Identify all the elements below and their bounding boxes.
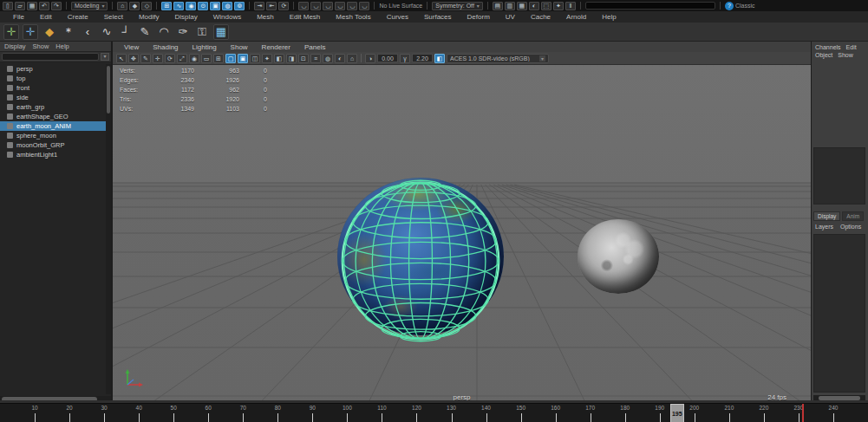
menu-select[interactable]: Select: [96, 13, 131, 21]
lighting-toggle-icon[interactable]: ✦: [262, 54, 272, 63]
redo-icon[interactable]: ↷: [51, 2, 62, 10]
menu-windows[interactable]: Windows: [206, 13, 249, 21]
moon-sphere[interactable]: [578, 219, 659, 294]
snap-point-icon[interactable]: ◉: [186, 2, 196, 10]
menu-curves[interactable]: Curves: [379, 13, 416, 21]
menu-help[interactable]: Help: [594, 13, 623, 21]
snap-view-plane-icon[interactable]: ▣: [210, 2, 220, 10]
lasso-tool-icon[interactable]: ✥: [128, 54, 139, 63]
layer-list[interactable]: [813, 234, 865, 393]
symmetry-dropdown[interactable]: Symmetry: Off ▾: [432, 2, 483, 10]
shaded-mode-icon[interactable]: ▣: [238, 54, 248, 63]
earth-sphere[interactable]: [337, 178, 504, 335]
menu-arnold[interactable]: Arnold: [558, 13, 594, 21]
view-transform-dropdown[interactable]: ACES 1.0 SDR-video (sRGB) ▾: [447, 54, 549, 63]
output-connections-icon[interactable]: ⇤: [266, 2, 277, 10]
input-connections-icon[interactable]: ⇥: [254, 2, 264, 10]
hypershade-icon[interactable]: ◐: [529, 2, 539, 10]
construction-history-icon[interactable]: ⟳: [278, 2, 289, 10]
rotate-tool-icon[interactable]: ⟳: [165, 54, 175, 63]
menu-mesh-tools[interactable]: Mesh Tools: [328, 13, 378, 21]
list-item[interactable]: persp: [0, 64, 111, 74]
panel-menu-lighting[interactable]: Lighting: [186, 43, 223, 51]
menu-surfaces[interactable]: Surfaces: [416, 13, 460, 21]
outliner-filter-icon[interactable]: ▾: [101, 53, 109, 61]
menu-edit-mesh[interactable]: Edit Mesh: [282, 13, 329, 21]
magnet-plane-icon[interactable]: ◡: [335, 2, 345, 10]
gamma-icon[interactable]: γ: [400, 54, 410, 63]
make-live-icon[interactable]: ◍: [222, 2, 232, 10]
list-item[interactable]: ambientLight1: [0, 150, 111, 159]
xyz-manipulator-icon[interactable]: ✛: [3, 24, 19, 40]
channel-box-menu-channels[interactable]: Channels: [815, 44, 841, 50]
wireframe-mode-icon[interactable]: ▢: [225, 54, 236, 63]
snap-projected-center-icon[interactable]: ⊙: [198, 2, 208, 10]
list-item[interactable]: sphere_moon: [0, 131, 111, 140]
layer-tab-anim[interactable]: Anim: [842, 211, 864, 221]
magnet-view-icon[interactable]: ◡: [347, 2, 357, 10]
render-sequence-icon[interactable]: ▦: [517, 2, 527, 10]
cv-curve-tool-icon[interactable]: ∿: [99, 24, 114, 40]
menu-create[interactable]: Create: [60, 13, 96, 21]
camera-lock-icon[interactable]: ▭: [201, 54, 212, 63]
knife-tool-icon[interactable]: ⚿: [194, 24, 210, 40]
menuset-dropdown[interactable]: Modeling ▾: [71, 2, 108, 10]
select-hierarchy-icon[interactable]: ⌂: [117, 2, 127, 10]
shadows-toggle-icon[interactable]: ◧: [274, 54, 284, 63]
panel-menu-show[interactable]: Show: [225, 43, 254, 51]
magnet-center-icon[interactable]: ◡: [359, 2, 369, 10]
list-item[interactable]: earth_moon_ANIM: [0, 121, 111, 131]
panel-menu-view[interactable]: View: [118, 43, 145, 51]
undo-icon[interactable]: ↶: [39, 2, 49, 10]
locator-icon[interactable]: ◆: [42, 24, 57, 40]
snap-grid-icon[interactable]: ⊞: [161, 2, 172, 10]
camera-attributes-icon[interactable]: ⌂: [347, 54, 357, 63]
motion-blur-icon[interactable]: ⊡: [298, 54, 309, 63]
workspace-label[interactable]: Classic: [735, 3, 755, 9]
outliner-vertical-scrollbar[interactable]: [106, 64, 111, 394]
outliner-menu-help[interactable]: Help: [55, 42, 69, 50]
menu-edit[interactable]: Edit: [32, 13, 60, 21]
pause-icon[interactable]: ‖: [565, 2, 576, 10]
xray-icon[interactable]: ◐: [335, 54, 345, 63]
exposure-icon[interactable]: ◑: [365, 54, 375, 63]
magnet-curve-icon[interactable]: ◡: [310, 2, 321, 10]
move-tool-icon[interactable]: ✛: [153, 54, 163, 63]
exposure-field[interactable]: 0.00: [377, 54, 398, 62]
render-frame-icon[interactable]: ▤: [493, 2, 503, 10]
channel-box-menu-edit[interactable]: Edit: [846, 44, 857, 50]
current-time-marker[interactable]: 195: [670, 404, 684, 422]
panel-menu-panels[interactable]: Panels: [298, 43, 331, 51]
layer-menu-layers[interactable]: Layers: [815, 224, 833, 230]
menu-cache[interactable]: Cache: [523, 13, 558, 21]
snap-icon[interactable]: ◉: [189, 54, 199, 63]
select-object-icon[interactable]: ◆: [129, 2, 140, 10]
live-surface-label[interactable]: No Live Surface: [379, 3, 422, 9]
render-settings-icon[interactable]: ⬚: [541, 2, 551, 10]
layer-tab-display[interactable]: Display: [813, 211, 840, 221]
pencil-curve-tool-icon[interactable]: ✎: [137, 24, 153, 40]
select-component-icon[interactable]: ◇: [141, 2, 152, 10]
menu-display[interactable]: Display: [167, 13, 206, 21]
list-item[interactable]: earthShape_GEO: [0, 112, 111, 121]
snap-together-icon[interactable]: ⊚: [234, 2, 245, 10]
help-icon[interactable]: ?: [725, 2, 734, 10]
viewport-canvas[interactable]: Verts:11709630Edges:234019260Faces:11729…: [113, 65, 811, 403]
ipr-render-icon[interactable]: ▥: [505, 2, 515, 10]
list-item[interactable]: earth_grp: [0, 102, 111, 112]
bezier-curve-tool-icon[interactable]: ┘: [118, 24, 134, 40]
menu-file[interactable]: File: [5, 13, 32, 21]
list-item[interactable]: side: [0, 93, 111, 102]
list-item[interactable]: front: [0, 83, 111, 93]
arc-tool-icon[interactable]: ◠: [156, 24, 172, 40]
xyz-snap-manipulator-icon[interactable]: ✛: [23, 24, 38, 40]
isolate-select-icon[interactable]: ◍: [323, 54, 333, 63]
list-item[interactable]: moonOrbit_GRP: [0, 140, 111, 150]
layer-menu-options[interactable]: Options: [840, 224, 861, 230]
angle-curve-icon[interactable]: ‹: [80, 24, 95, 40]
snap-curve-icon[interactable]: ∿: [173, 2, 184, 10]
channel-box-menu-show[interactable]: Show: [838, 52, 853, 58]
image-plane-icon[interactable]: ▦: [213, 24, 229, 40]
menu-modify[interactable]: Modify: [131, 13, 167, 21]
panel-menu-shading[interactable]: Shading: [147, 43, 184, 51]
